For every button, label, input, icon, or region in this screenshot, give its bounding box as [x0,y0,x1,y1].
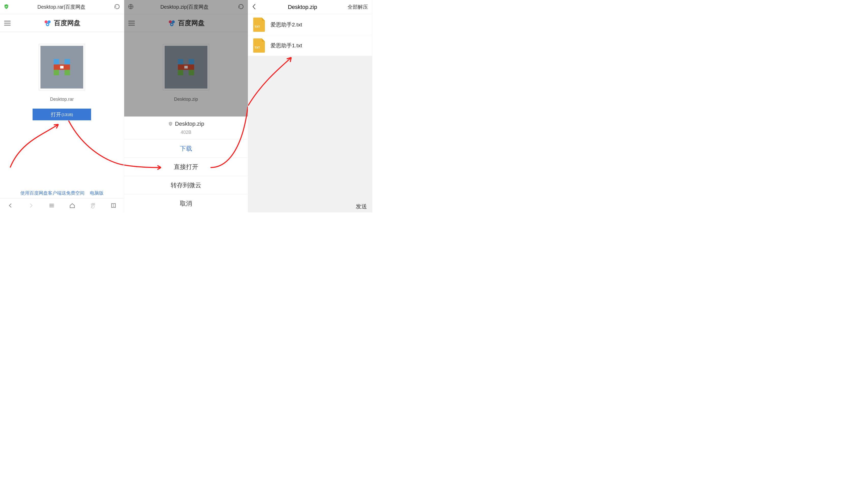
app-name: 百度网盘 [178,19,205,28]
svg-rect-6 [65,59,70,64]
option-cancel[interactable]: 取消 [124,194,248,212]
svg-point-14 [92,203,93,204]
svg-rect-9 [54,70,59,75]
action-sheet: ? Desktop.zip 402B 下载 直接打开 转存到微云 取消 [124,117,248,212]
svg-rect-24 [178,59,183,64]
list-item[interactable]: TXT 爱思助手1.txt [248,35,372,56]
archive-title: Desktop.zip [257,4,348,11]
page-title[interactable]: Desktop.rar|百度网盘 [12,3,111,11]
dimmed-background: Desktop.zip|百度网盘 百度网盘 [124,0,248,117]
sheet-size: 402B [124,128,248,139]
option-save-cloud[interactable]: 转存到微云 [124,176,248,194]
footer-links: 使用百度网盘客户端送免费空间 电脑版 [0,190,124,196]
list-item[interactable]: TXT 爱思助手2.txt [248,14,372,35]
svg-point-13 [91,204,92,205]
shield-unknown-icon: ? [168,121,173,127]
app-name: 百度网盘 [54,19,80,28]
open-button-size: (131B) [62,113,73,117]
sheet-title: Desktop.zip [175,121,204,127]
svg-rect-25 [183,59,188,64]
app-logo: 百度网盘 [135,19,237,28]
footer-link-pc[interactable]: 电脑版 [90,190,104,195]
menu-lines-icon[interactable] [48,202,55,209]
footprint-icon[interactable] [89,202,97,209]
svg-point-23 [171,24,172,25]
file-item-name: 爱思助手1.txt [270,42,302,49]
reload-icon[interactable] [235,3,244,11]
svg-rect-5 [59,59,65,64]
svg-rect-8 [60,66,64,69]
url-bar: Desktop.rar|百度网盘 [0,0,124,14]
footer-link-client[interactable]: 使用百度网盘客户端送免费空间 [20,190,84,195]
svg-text:?: ? [170,123,171,125]
file-preview: Desktop.rar 打开 (131B) [0,32,124,212]
svg-rect-28 [184,66,187,69]
page-title[interactable]: Desktop.zip|百度网盘 [134,3,235,11]
app-header: 百度网盘 [0,14,124,32]
open-button[interactable]: 打开 (131B) [33,108,91,120]
send-button[interactable]: 发送 [356,203,367,210]
menu-icon[interactable] [4,21,11,26]
open-button-label: 打开 [51,111,61,118]
back-icon[interactable] [252,3,257,11]
file-name: Desktop.rar [50,97,74,102]
back-icon[interactable] [7,202,14,209]
extract-all-button[interactable]: 全部解压 [348,3,368,11]
reload-icon[interactable] [111,3,120,11]
svg-point-16 [94,204,95,205]
archive-icon [163,44,209,90]
svg-rect-11 [65,70,70,75]
txt-file-icon: TXT [253,18,265,32]
svg-rect-26 [189,59,194,64]
archive-icon [39,44,85,90]
file-name: Desktop.zip [174,97,198,102]
globe-icon [128,3,134,11]
svg-point-3 [47,24,48,25]
svg-rect-10 [59,70,65,75]
tabs-icon[interactable]: 1 [110,202,117,209]
shield-icon [3,4,12,11]
forward-icon[interactable] [28,202,35,209]
tab-count: 1 [113,204,115,207]
svg-rect-31 [189,70,194,75]
menu-icon[interactable] [128,21,135,26]
txt-file-icon: TXT [253,38,265,53]
header-bar: Desktop.zip 全部解压 [248,0,372,14]
home-icon[interactable] [69,202,76,209]
file-item-name: 爱思助手2.txt [270,21,302,28]
file-list: TXT 爱思助手2.txt TXT 爱思助手1.txt 发送 [248,14,372,212]
pane-archive-contents: Desktop.zip 全部解压 TXT 爱思助手2.txt TXT 爱思助手1… [248,0,372,212]
option-open-direct[interactable]: 直接打开 [124,157,248,176]
svg-rect-4 [54,59,59,64]
svg-rect-29 [178,70,183,75]
pane-baidu-rar: Desktop.rar|百度网盘 百度网盘 [0,0,124,212]
app-logo: 百度网盘 [11,19,113,28]
browser-toolbar: 1 [0,198,124,212]
svg-rect-30 [183,70,188,75]
option-download[interactable]: 下载 [124,139,248,157]
pane-baidu-zip-sheet: Desktop.zip|百度网盘 百度网盘 [124,0,248,212]
